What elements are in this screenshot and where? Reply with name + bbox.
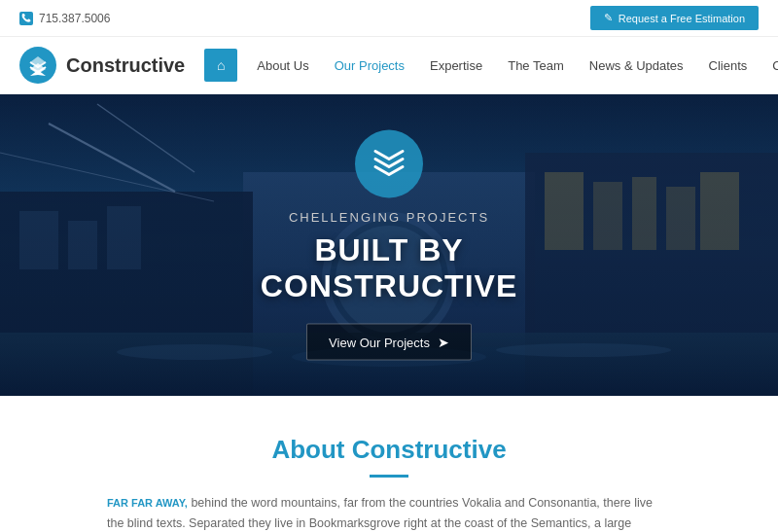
hero-btn-label: View Our Projects: [329, 335, 430, 349]
hero-subtitle: CHELLENGING PROJECTS: [194, 210, 584, 225]
about-title-colored: Constructive: [352, 435, 507, 464]
nav-expertise[interactable]: Expertise: [418, 51, 494, 81]
about-highlight-1: FAR FAR AWAY,: [107, 497, 188, 509]
about-title: About Constructive: [19, 435, 759, 465]
phone-number: 715.387.5006: [39, 12, 110, 25]
cta-label: Request a Free Estimation: [619, 13, 745, 24]
about-section: About Constructive FAR FAR AWAY, behind …: [0, 396, 778, 532]
about-divider: [370, 475, 408, 478]
cta-button[interactable]: ✎ Request a Free Estimation: [590, 6, 759, 30]
nav-team[interactable]: The Team: [496, 51, 576, 81]
phone-info: 715.387.5006: [19, 12, 110, 25]
arrow-right-icon: ➤: [438, 335, 449, 350]
phone-icon: [19, 12, 33, 25]
hero-section: CHELLENGING PROJECTS BUILT BY CONSTRUCTI…: [0, 94, 778, 396]
hero-logo-circle: [355, 130, 423, 198]
logo-text: Constructive: [66, 54, 185, 77]
hero-title: BUILT BY CONSTRUCTIVE: [194, 232, 584, 304]
navbar: Constructive ⌂ About Us Our Projects Exp…: [0, 37, 778, 94]
about-text-1: behind the word mountains, far from the …: [107, 496, 653, 532]
top-bar: 715.387.5006 ✎ Request a Free Estimation: [0, 0, 778, 37]
nav-clients[interactable]: Clients: [697, 51, 760, 81]
nav-news[interactable]: News & Updates: [578, 51, 695, 81]
hero-cta-button[interactable]: View Our Projects ➤: [306, 324, 472, 361]
home-button[interactable]: ⌂: [204, 49, 237, 82]
nav-about[interactable]: About Us: [245, 51, 320, 81]
logo-icon: [19, 47, 56, 84]
nav-contact[interactable]: Contact: [760, 51, 778, 81]
hero-logo-icon: [371, 148, 407, 181]
edit-icon: ✎: [604, 12, 613, 24]
about-title-plain: About: [271, 435, 351, 464]
nav-links: ⌂ About Us Our Projects Expertise The Te…: [204, 49, 778, 82]
nav-projects[interactable]: Our Projects: [323, 51, 416, 81]
home-icon: ⌂: [217, 57, 225, 73]
hero-content: CHELLENGING PROJECTS BUILT BY CONSTRUCTI…: [194, 130, 584, 361]
logo: Constructive: [19, 47, 185, 84]
about-paragraph: FAR FAR AWAY, behind the word mountains,…: [107, 493, 671, 532]
